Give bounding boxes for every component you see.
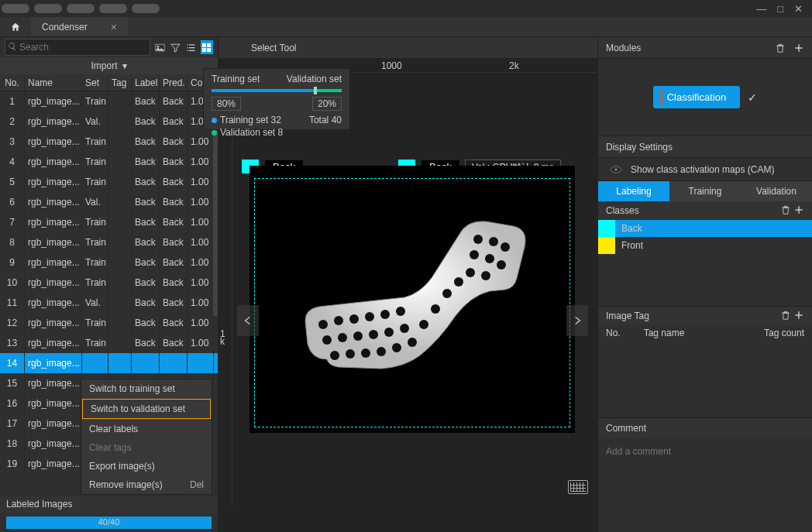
search-input[interactable] xyxy=(5,39,150,56)
cam-toggle[interactable]: Show class activation maps (CAM) xyxy=(598,158,812,181)
titlebar: ― □ ✕ xyxy=(0,0,812,17)
ctx-clear-labels[interactable]: Clear labels xyxy=(81,420,212,438)
classes-list: Back Front xyxy=(598,220,812,307)
comment-header: Comment xyxy=(598,418,812,438)
trash-icon[interactable] xyxy=(775,43,786,53)
table-row[interactable]: 11rgb_image...Val.BackBack1.00 xyxy=(0,293,218,313)
context-menu: Switch to training set Switch to validat… xyxy=(81,379,212,495)
module-graph[interactable]: Classification ✓ xyxy=(598,59,812,136)
ctx-switch-training[interactable]: Switch to training set xyxy=(81,379,212,398)
tab-condenser[interactable]: Condenser × xyxy=(31,17,128,36)
table-row[interactable]: 8rgb_image...TrainBackBack1.00 xyxy=(0,232,218,252)
table-row[interactable]: 5rgb_image...TrainBackBack1.00 xyxy=(0,172,218,192)
plus-icon[interactable] xyxy=(793,310,804,321)
table-row[interactable]: 3rgb_image...TrainBackBack1.00 xyxy=(0,132,218,152)
svg-point-13 xyxy=(338,333,347,342)
classes-header: Classes xyxy=(598,201,812,220)
table-row[interactable]: 12rgb_image...TrainBackBack1.00 xyxy=(0,313,218,333)
svg-point-8 xyxy=(349,314,359,324)
tab-validation[interactable]: Validation xyxy=(741,181,812,201)
svg-point-18 xyxy=(330,351,339,360)
trash-icon[interactable] xyxy=(780,204,791,215)
eye-icon xyxy=(609,166,623,173)
close-button[interactable]: ✕ xyxy=(794,3,803,15)
list-icon[interactable] xyxy=(185,40,198,54)
classification-module[interactable]: Classification xyxy=(653,86,741,108)
svg-point-33 xyxy=(466,268,475,277)
svg-point-15 xyxy=(369,330,378,339)
keyboard-icon[interactable] xyxy=(568,480,588,494)
svg-point-25 xyxy=(431,304,440,314)
thumbnail-view-icon[interactable] xyxy=(153,40,166,54)
col-pred[interactable]: Pred. xyxy=(160,74,188,91)
table-row[interactable]: 10rgb_image...TrainBackBack1.00 xyxy=(0,273,218,293)
comment-input[interactable]: Add a comment xyxy=(598,438,812,532)
svg-point-22 xyxy=(392,343,401,352)
menu-pill[interactable] xyxy=(2,4,29,13)
prev-image-button[interactable] xyxy=(237,305,259,336)
tab-training[interactable]: Training xyxy=(669,181,741,201)
svg-point-26 xyxy=(442,289,452,298)
ctx-remove-images[interactable]: Remove image(s)Del xyxy=(81,475,212,494)
table-row[interactable]: 6rgb_image...Val.BackBack1.00 xyxy=(0,192,218,212)
labeled-images-label: Labeled Images xyxy=(0,496,218,513)
import-button[interactable]: Import ▾ xyxy=(0,57,218,74)
right-panel: Modules Classification ✓ Display Setting… xyxy=(597,37,812,532)
minimize-button[interactable]: ― xyxy=(756,3,766,15)
svg-point-30 xyxy=(470,250,479,259)
col-set[interactable]: Set xyxy=(82,74,108,91)
col-name[interactable]: Name xyxy=(25,74,82,91)
filter-icon[interactable] xyxy=(169,40,181,54)
search-icon xyxy=(8,42,17,51)
table-row[interactable]: 9rgb_image...TrainBackBack1.00 xyxy=(0,252,218,273)
svg-point-14 xyxy=(353,331,363,341)
menu-pill[interactable] xyxy=(132,4,160,13)
split-slider[interactable] xyxy=(212,89,342,92)
col-tag[interactable]: Tag xyxy=(108,74,132,91)
svg-point-31 xyxy=(485,254,494,263)
table-row[interactable]: 7rgb_image...TrainBackBack1.00 xyxy=(0,212,218,232)
display-settings-header: Display Settings xyxy=(598,136,812,158)
home-button[interactable] xyxy=(0,17,31,36)
ctx-switch-validation[interactable]: Switch to validation set xyxy=(82,399,211,419)
class-row-front[interactable]: Front xyxy=(598,237,812,254)
plus-icon[interactable] xyxy=(793,43,804,53)
progress-bar: 40/40 xyxy=(6,517,212,529)
mode-tabs: Labeling Training Validation xyxy=(598,181,812,201)
maximize-button[interactable]: □ xyxy=(777,3,783,15)
connector-handle-icon[interactable] xyxy=(660,90,663,105)
train-pct[interactable]: 80% xyxy=(212,97,241,111)
col-label[interactable]: Label xyxy=(132,74,160,91)
trash-icon[interactable] xyxy=(780,310,791,321)
ctx-export-images[interactable]: Export image(s) xyxy=(81,457,212,475)
val-pct[interactable]: 20% xyxy=(312,97,342,111)
svg-point-17 xyxy=(400,324,409,333)
plus-icon[interactable] xyxy=(793,204,804,215)
menu-pill[interactable] xyxy=(34,4,62,13)
next-image-button[interactable] xyxy=(566,305,588,336)
svg-point-27 xyxy=(473,235,483,244)
menu-pill[interactable] xyxy=(67,4,95,13)
svg-point-1 xyxy=(157,46,159,48)
tab-label: Condenser xyxy=(42,22,88,33)
svg-point-35 xyxy=(454,277,463,287)
col-no[interactable]: No. xyxy=(0,74,25,91)
svg-point-9 xyxy=(365,312,374,321)
svg-rect-5 xyxy=(208,48,212,52)
svg-point-29 xyxy=(501,242,510,252)
tab-labeling[interactable]: Labeling xyxy=(598,181,669,201)
close-tab-icon[interactable]: × xyxy=(111,21,117,33)
svg-point-20 xyxy=(361,348,370,358)
grid-view-icon[interactable] xyxy=(201,40,213,54)
table-row[interactable]: 4rgb_image...TrainBackBack1.00 xyxy=(0,152,218,172)
table-row[interactable]: 14rgb_image... xyxy=(0,353,218,373)
svg-rect-4 xyxy=(202,48,206,52)
center-header: Select Tool xyxy=(218,37,597,59)
table-row[interactable]: 2rgb_image...Val.BackBack1.00 xyxy=(0,112,218,132)
search-row xyxy=(0,37,218,57)
table-row[interactable]: 1rgb_image...TrainBackBack1.00 xyxy=(0,91,218,112)
menu-pill[interactable] xyxy=(99,4,127,13)
class-row-back[interactable]: Back xyxy=(598,220,812,237)
svg-rect-2 xyxy=(202,43,206,46)
table-row[interactable]: 13rgb_image...TrainBackBack1.00 xyxy=(0,333,218,353)
